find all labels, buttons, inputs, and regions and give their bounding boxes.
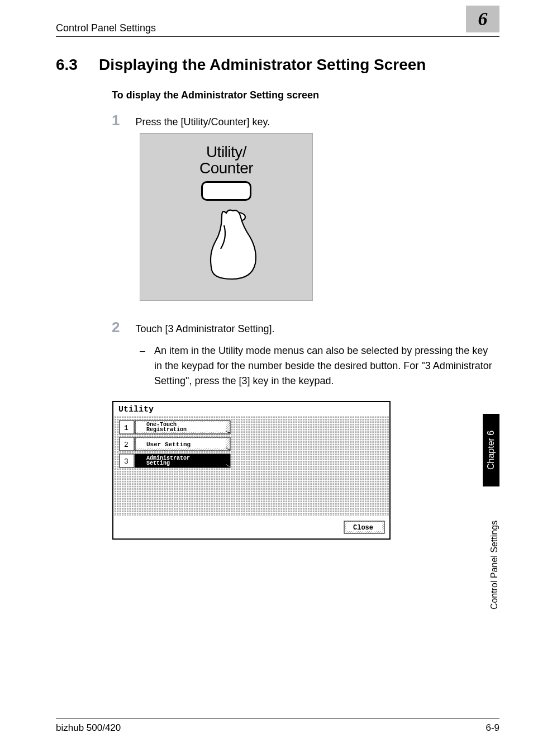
- section-heading: Displaying the Administrator Setting Scr…: [99, 56, 426, 74]
- header-section-text: Control Panel Settings: [56, 22, 156, 34]
- step-2-detail-text: An item in the Utility mode menus can al…: [154, 343, 494, 389]
- chapter-badge: 6: [466, 6, 499, 32]
- footer-right: 6-9: [486, 722, 499, 734]
- utility-screen-svg: Utility 1 One-Touch Registration 2 User …: [112, 400, 391, 540]
- section-title: 6.3 Displaying the Administrator Setting…: [56, 56, 426, 74]
- utility-item-2: 2 User Setting: [120, 437, 230, 451]
- svg-rect-5: [114, 403, 389, 415]
- illustration1-inner: Utility/ Counter: [140, 144, 312, 281]
- svg-text:User Setting: User Setting: [146, 441, 191, 448]
- chapter-badge-number: 6: [478, 8, 488, 30]
- step-2: 2 Touch [3 Administrator Setting].: [112, 319, 275, 337]
- svg-text:3: 3: [124, 457, 129, 466]
- svg-text:1: 1: [124, 424, 129, 432]
- sidebar-section: Control Panel Settings: [489, 503, 499, 626]
- illustration-utility-counter-key: Utility/ Counter: [140, 133, 313, 301]
- close-button: Close: [344, 521, 384, 533]
- illustration-utility-screen: Utility 1 One-Touch Registration 2 User …: [112, 400, 391, 540]
- page-footer: bizhub 500/420 6-9: [56, 719, 499, 734]
- step-1-text: Press the [Utility/Counter] key.: [135, 115, 270, 130]
- svg-text:Setting: Setting: [146, 460, 170, 466]
- step-1: 1 Press the [Utility/Counter] key.: [112, 112, 270, 130]
- subheading: To display the Administrator Setting scr…: [112, 89, 319, 101]
- svg-text:Registration: Registration: [146, 427, 187, 433]
- step-2-num: 2: [112, 319, 120, 336]
- utility-item-3-selected: 3 Administrator Setting: [120, 454, 230, 467]
- svg-text:2: 2: [124, 441, 129, 449]
- step-2-detail: – An item in the Utility mode menus can …: [140, 343, 494, 389]
- step-2-text: Touch [3 Administrator Setting].: [135, 322, 274, 337]
- footer-left: bizhub 500/420: [56, 722, 121, 734]
- utility-item-1: 1 One-Touch Registration: [120, 420, 230, 434]
- svg-text:Close: Close: [353, 524, 373, 532]
- sidebar-chapter: Chapter 6: [483, 414, 499, 486]
- page-header: Control Panel Settings: [56, 22, 499, 37]
- utility-title-text: Utility: [118, 405, 154, 414]
- step-1-num: 1: [112, 112, 120, 129]
- hard-key-icon: [201, 181, 251, 201]
- illustration1-line1: Utility/: [140, 144, 312, 160]
- bullet-icon: –: [140, 343, 145, 389]
- section-number: 6.3: [56, 56, 78, 74]
- finger-press-icon: [187, 203, 265, 281]
- illustration1-line2: Counter: [140, 160, 312, 176]
